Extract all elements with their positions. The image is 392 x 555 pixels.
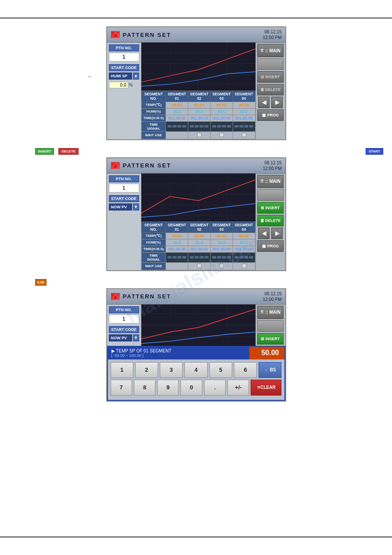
panel2-temp-s02[interactable]: 85.00 bbox=[188, 232, 210, 239]
panel2-temp-s03[interactable]: 60.00 bbox=[210, 232, 233, 239]
num-btn-7[interactable]: 7 bbox=[111, 380, 132, 395]
panel2-btn-insert[interactable]: ⊞ INSERT bbox=[257, 202, 284, 214]
panel1-timesig-s03[interactable]: 00 00 00 00 bbox=[210, 121, 233, 131]
num-btn-0[interactable]: 0 bbox=[180, 380, 202, 395]
panel2-timesig-s02[interactable]: 00 00 00 00 bbox=[188, 252, 210, 262]
panel2-humi-s01[interactable]: 20.0 bbox=[166, 239, 188, 246]
num-btn-8[interactable]: 8 bbox=[134, 380, 155, 395]
panel1-temp-s01[interactable]: 50.00 bbox=[166, 102, 188, 108]
panel1-timesig-s04[interactable]: 00 00 00 00 bbox=[233, 121, 255, 131]
annot-delete-btn[interactable]: DELETE bbox=[58, 148, 79, 155]
annot-value-btn[interactable]: 0.00 bbox=[35, 279, 47, 286]
panel1-btn-insert[interactable]: ⊞ INSERT bbox=[257, 71, 284, 83]
annot-insert-btn[interactable]: INSERT bbox=[35, 148, 54, 155]
panel3-btn-insert[interactable]: ⊞ INSERT bbox=[257, 333, 284, 345]
panel1-wait-cb-s02[interactable] bbox=[197, 133, 201, 137]
panel1-btn-delete[interactable]: 🗑 DELETE bbox=[257, 84, 284, 95]
panel2-time-s01[interactable]: 001.00.00 bbox=[166, 246, 188, 252]
panel2-dropdown-arrow[interactable]: ▼ bbox=[133, 203, 139, 210]
panel2-btn-next[interactable]: ▶ bbox=[271, 228, 283, 239]
panel2-row-wait: WAIT USE bbox=[141, 262, 255, 270]
panel2-btn-gray1[interactable] bbox=[257, 189, 284, 201]
panel2-wait-cb-s02[interactable] bbox=[197, 264, 201, 268]
panel2-timesig-s01[interactable]: 00 00 00 00 bbox=[166, 252, 188, 262]
num-btn-4[interactable]: 4 bbox=[184, 362, 207, 378]
panel1-time-s01[interactable]: 001.00.00 bbox=[166, 115, 188, 121]
panel3-ptn-no-value[interactable]: 1 bbox=[109, 315, 139, 323]
panel1-time-s03[interactable]: 001.00.00 bbox=[210, 115, 233, 121]
panel2-temp-s04[interactable]: 90.00 bbox=[233, 232, 255, 239]
panel2: PATTERN SET 06.12.1512:00 PM PTN NO. 1 S… bbox=[106, 157, 286, 271]
panel1-btn-next[interactable]: ▶ bbox=[271, 97, 283, 108]
panel1-btn-prev[interactable]: ◀ bbox=[258, 97, 270, 108]
num-btn-bs[interactable]: ← BS bbox=[259, 362, 281, 378]
panel2-wait-s03[interactable] bbox=[210, 262, 233, 270]
annot-start-btn[interactable]: START bbox=[366, 148, 383, 155]
panel2-ptn-no-value[interactable]: 1 bbox=[109, 184, 139, 192]
panel2-temp-s01[interactable]: 50.00 bbox=[166, 232, 188, 239]
panel2-timesig-s03[interactable]: 00 00 00 00 bbox=[210, 252, 233, 262]
panel1-label-time: TIME(H.M.S) bbox=[141, 115, 166, 121]
panel1-time-s04[interactable]: 001.00.00 bbox=[233, 115, 255, 121]
panel1-dropdown-arrow[interactable]: ▼ bbox=[133, 73, 139, 80]
panel2-time-s02[interactable]: 001.00.00 bbox=[188, 246, 210, 252]
panel1-temp-s03[interactable]: 60.00 bbox=[210, 102, 233, 108]
panel1-wait-s02[interactable] bbox=[188, 131, 210, 139]
num-btn-3[interactable]: 3 bbox=[160, 362, 183, 378]
num-btn-dot[interactable]: . bbox=[204, 380, 226, 395]
svg-marker-16 bbox=[112, 294, 119, 299]
panel2-dropdown-select[interactable]: NOW PV bbox=[109, 203, 132, 210]
num-btn-6[interactable]: 6 bbox=[234, 362, 257, 378]
panel1-label-timesig: TIME SIGNAL bbox=[141, 121, 166, 131]
panel2-btn-prev[interactable]: ◀ bbox=[258, 228, 270, 239]
panel1-humi-s02[interactable]: 25.0 bbox=[188, 108, 210, 115]
panel2-wait-s02[interactable] bbox=[188, 262, 210, 270]
svg-marker-8 bbox=[112, 163, 119, 168]
panel1-wait-s03[interactable] bbox=[210, 131, 233, 139]
numpad-row1b: 7 8 9 0 . +/- ✕CLEAR bbox=[111, 380, 282, 395]
panel1-row-timesig: TIME SIGNAL 00 00 00 00 00 00 00 00 00 0… bbox=[141, 121, 255, 131]
panel1-ptn-no-value[interactable]: 1 bbox=[109, 53, 139, 62]
panel1-humi-unit: % bbox=[129, 83, 133, 87]
panel2-time-s03[interactable]: 001.00.00 bbox=[210, 246, 233, 252]
num-btn-plusminus[interactable]: +/- bbox=[227, 380, 249, 395]
panel2-wait-cb-s04[interactable] bbox=[242, 264, 246, 268]
panel1-humi-s04[interactable]: 60.0 bbox=[233, 108, 255, 115]
panel1-dropdown-select[interactable]: HUMI SP bbox=[109, 73, 132, 80]
num-btn-9[interactable]: 9 bbox=[157, 380, 179, 395]
panel2-btn-prog[interactable]: ▦ PROG bbox=[257, 240, 284, 252]
num-btn-1[interactable]: 1 bbox=[111, 362, 133, 378]
panel2-btn-delete[interactable]: 🗑 DELETE bbox=[257, 215, 284, 226]
panel3-dropdown-select[interactable]: NOW PV bbox=[109, 334, 132, 341]
panel1-wait-cb-s03[interactable] bbox=[219, 133, 224, 137]
panel1-temp-s02[interactable]: 55.00 bbox=[188, 102, 210, 108]
panel3-dropdown-arrow[interactable]: ▼ bbox=[133, 334, 139, 341]
panel2-humi-s02[interactable]: 25.0 bbox=[188, 239, 210, 246]
panel1-humi-s01[interactable]: 20.0 bbox=[166, 108, 188, 115]
panel2-wait-cb-s03[interactable] bbox=[219, 264, 224, 268]
panel1-humi-input[interactable]: 0.0 bbox=[109, 82, 128, 88]
panel1-btn-prog[interactable]: ▦ PROG bbox=[257, 109, 284, 121]
panel2-humi-s04[interactable]: 60.0 bbox=[233, 239, 255, 246]
panel3-header: PATTERN SET 06.12.1512:00 PM bbox=[107, 289, 285, 305]
panel1-humi-s03[interactable]: 80.0 bbox=[210, 108, 233, 115]
panel2-time-s04[interactable]: 001.00.00 bbox=[233, 246, 255, 252]
panel1-btn-main[interactable]: ⠿ :: MAIN bbox=[257, 44, 284, 57]
panel1-temp-s04[interactable]: 90.00 bbox=[233, 102, 255, 108]
panel1-time-s02[interactable]: 001.00.00 bbox=[188, 115, 210, 121]
panel1-wait-cb-s04[interactable] bbox=[242, 133, 246, 137]
panel1-btn-gray1[interactable] bbox=[257, 58, 284, 70]
panel1-timesig-s02[interactable]: 00 00 00 00 bbox=[188, 121, 210, 131]
num-btn-2[interactable]: 2 bbox=[135, 362, 158, 378]
panel2-wait-s04[interactable] bbox=[233, 262, 255, 270]
panel1-wait-s04[interactable] bbox=[233, 131, 255, 139]
num-btn-5[interactable]: 5 bbox=[209, 362, 232, 378]
panel3-btn-main[interactable]: ⠿ :: MAIN bbox=[257, 306, 284, 319]
panel3-btn-gray1[interactable] bbox=[257, 320, 284, 332]
panel2-label-timesig: TIME SIGNAL bbox=[141, 252, 166, 262]
num-btn-clear[interactable]: ✕CLEAR bbox=[251, 380, 281, 395]
panel1-timesig-s01[interactable]: 00 00 00 00 bbox=[166, 121, 188, 131]
panel2-btn-main[interactable]: ⠿ :: MAIN bbox=[257, 175, 284, 188]
panel2-humi-s03[interactable]: 30.0 bbox=[210, 239, 233, 246]
panel2-timesig-s04[interactable]: 00 00 00 00 bbox=[233, 252, 255, 262]
